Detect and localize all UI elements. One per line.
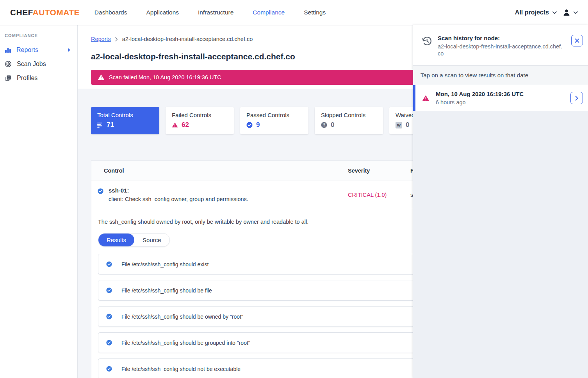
nav-infrastructure[interactable]: Infrastructure — [198, 9, 233, 16]
tab-source[interactable]: Source — [134, 234, 169, 246]
card-label: Failed Controls — [172, 112, 228, 118]
check-circle-icon — [98, 188, 103, 194]
projects-filter-label: All projects — [515, 9, 549, 16]
card-value: 71 — [107, 121, 114, 129]
user-menu[interactable] — [562, 8, 578, 17]
question-circle-icon: ? — [321, 122, 327, 128]
scan-history-header: Scan history for node: a2-local-desktop-… — [413, 25, 588, 66]
result-text: File /etc/ssh/ssh_config should be owned… — [121, 314, 243, 320]
breadcrumb-reports-link[interactable]: Reports — [91, 36, 111, 42]
main-nav: Dashboards Applications Infrastructure C… — [94, 9, 326, 16]
user-icon — [562, 8, 571, 17]
sidebar-item-label: Reports — [16, 46, 63, 53]
card-total-controls[interactable]: Total Controls 71 — [91, 107, 159, 134]
nav-settings[interactable]: Settings — [304, 9, 326, 16]
warning-triangle-icon — [422, 95, 429, 102]
history-icon — [421, 36, 433, 57]
waived-badge-icon: w — [396, 122, 402, 128]
scan-history-hint: Tap on a scan to view results on that da… — [413, 66, 588, 85]
sidebar-item-label: Profiles — [17, 75, 73, 82]
card-label: Passed Controls — [246, 112, 302, 118]
card-passed-controls[interactable]: Passed Controls 9 — [240, 107, 308, 134]
card-skipped-controls[interactable]: Skipped Controls ? 0 — [315, 107, 383, 134]
breadcrumb-current: a2-local-desktop-fresh-install-acceptanc… — [122, 36, 253, 42]
card-value: 62 — [182, 121, 189, 129]
logo-automate: AUTOMATE — [33, 8, 80, 17]
open-scan-button[interactable] — [570, 92, 583, 104]
result-text: File /etc/ssh/ssh_config should exist — [121, 261, 208, 267]
close-panel-button[interactable] — [571, 35, 583, 46]
chevron-down-icon — [574, 11, 578, 14]
chef-automate-logo[interactable]: CHEFAUTOMATE — [10, 8, 80, 17]
chevron-right-icon — [575, 96, 578, 101]
banner-text: Scan failed Mon, 10 Aug 2020 16:19:36 UT… — [109, 74, 221, 80]
sidebar-item-label: Scan Jobs — [17, 61, 73, 68]
tab-results[interactable]: Results — [98, 234, 134, 246]
result-text: File /etc/ssh/ssh_config should not be e… — [121, 366, 241, 372]
scan-history-title: Scan history for node: — [438, 35, 563, 41]
expand-arrow-icon — [68, 48, 70, 52]
warning-triangle-icon — [98, 74, 105, 80]
list-icon — [97, 123, 103, 128]
control-id: ssh-01: — [109, 187, 248, 194]
nav-applications[interactable]: Applications — [146, 9, 179, 16]
projects-filter-dropdown[interactable]: All projects — [515, 9, 557, 16]
scanner-icon — [5, 61, 12, 68]
column-severity: Severity — [348, 168, 410, 174]
nav-compliance[interactable]: Compliance — [253, 9, 285, 16]
nav-dashboards[interactable]: Dashboards — [94, 9, 127, 16]
card-value: 9 — [256, 121, 260, 129]
check-circle-icon — [106, 340, 112, 346]
card-label: Total Controls — [97, 112, 153, 118]
check-circle-icon — [106, 261, 112, 267]
check-circle-icon — [246, 122, 253, 128]
card-label: Skipped Controls — [321, 112, 377, 118]
check-circle-icon — [106, 366, 112, 372]
svg-text:?: ? — [323, 123, 325, 127]
top-nav: CHEFAUTOMATE Dashboards Applications Inf… — [0, 0, 588, 25]
card-failed-controls[interactable]: Failed Controls 62 — [166, 107, 234, 134]
column-control: Control — [91, 168, 348, 174]
card-value: 0 — [331, 121, 334, 129]
check-circle-icon — [106, 287, 112, 293]
profiles-icon — [5, 75, 12, 82]
sidebar-item-scan-jobs[interactable]: Scan Jobs — [0, 57, 77, 71]
top-nav-right: All projects — [515, 8, 578, 17]
scan-history-panel: Scan history for node: a2-local-desktop-… — [413, 25, 588, 378]
sidebar-item-reports[interactable]: Reports — [0, 43, 77, 57]
scan-history-node: a2-local-desktop-fresh-install-acceptanc… — [438, 43, 563, 57]
compliance-sidebar: COMPLIANCE Reports Scan Jobs Profiles — [0, 25, 78, 378]
chevron-down-icon — [552, 11, 557, 14]
close-icon — [575, 38, 579, 43]
warning-triangle-icon — [172, 122, 178, 128]
logo-chef: CHEF — [10, 8, 33, 17]
hint-text: Tap on a scan to view results on that da… — [421, 72, 528, 78]
sidebar-section-label: COMPLIANCE — [5, 33, 77, 38]
scan-history-entry[interactable]: Mon, 10 Aug 2020 16:19:36 UTC 6 hours ag… — [413, 85, 588, 111]
chevron-right-icon — [115, 37, 118, 41]
control-severity: CRITICAL (1.0) — [348, 192, 410, 198]
card-value: 0 — [406, 121, 409, 129]
scan-relative-time: 6 hours ago — [436, 99, 524, 105]
check-circle-icon — [106, 314, 112, 319]
control-description: client: Check ssh_config owner, group an… — [109, 196, 248, 202]
result-text: File /etc/ssh/ssh_config should be group… — [121, 340, 250, 346]
bar-chart-icon — [5, 47, 11, 53]
result-text: File /etc/ssh/ssh_config should be file — [121, 287, 212, 294]
detail-tabs: Results Source — [98, 233, 170, 247]
scan-date: Mon, 10 Aug 2020 16:19:36 UTC — [436, 91, 524, 97]
sidebar-item-profiles[interactable]: Profiles — [0, 71, 77, 85]
